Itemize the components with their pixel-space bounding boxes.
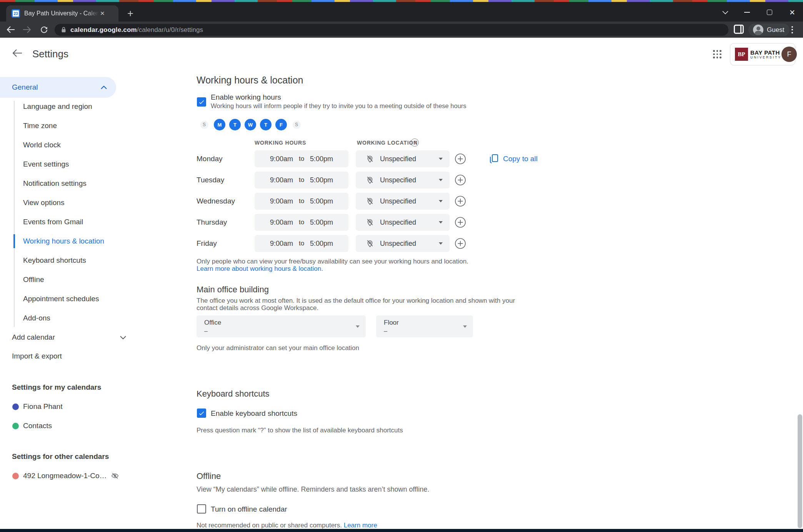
- working-days-selector: S M T W T F S: [197, 118, 304, 131]
- lock-icon: [61, 27, 67, 33]
- side-panel-icon[interactable]: [734, 25, 744, 34]
- working-location-select[interactable]: Unspecified: [356, 193, 450, 210]
- sidebar-item-add-ons[interactable]: Add-ons: [23, 309, 50, 328]
- tab-search-chevron-icon[interactable]: [717, 6, 734, 19]
- dropdown-caret-icon: [439, 158, 443, 160]
- turn-on-offline-calendar-checkbox[interactable]: [197, 504, 206, 514]
- browser-reload-button[interactable]: [38, 23, 50, 36]
- end-time[interactable]: 5:00pm: [310, 240, 333, 248]
- floor-select[interactable]: Floor –: [376, 315, 473, 337]
- guest-avatar-icon: [753, 25, 763, 35]
- day-toggle-thursday[interactable]: T: [260, 119, 272, 130]
- start-time[interactable]: 9:00am: [270, 240, 293, 248]
- time-range-field[interactable]: 9:00am to 5:00pm: [255, 214, 348, 231]
- settings-back-button[interactable]: [12, 48, 24, 61]
- time-range-field[interactable]: 9:00am to 5:00pm: [255, 235, 348, 252]
- sidebar-section-general[interactable]: General: [0, 77, 116, 98]
- copy-to-all-button[interactable]: Copy to all: [489, 150, 538, 167]
- enable-keyboard-shortcuts-label: Enable keyboard shortcuts: [211, 409, 297, 418]
- account-avatar[interactable]: F: [781, 47, 797, 62]
- end-time[interactable]: 5:00pm: [310, 176, 333, 184]
- tab-close-icon[interactable]: ✕: [100, 10, 105, 17]
- sidebar-item-keyboard-shortcuts[interactable]: Keyboard shortcuts: [23, 251, 86, 270]
- working-location-select[interactable]: Unspecified: [356, 214, 450, 231]
- working-location-select[interactable]: Unspecified: [356, 172, 450, 188]
- browser-window: 23 Bay Path University - Calendar - G ✕ …: [0, 0, 803, 532]
- tab-bar: 23 Bay Path University - Calendar - G ✕ …: [0, 2, 803, 22]
- browser-forward-button[interactable]: [21, 23, 33, 36]
- day-toggle-wednesday[interactable]: W: [245, 119, 256, 130]
- add-time-period-button[interactable]: [455, 174, 466, 186]
- working-location-help-icon[interactable]: ?: [411, 138, 419, 147]
- day-toggle-saturday[interactable]: S: [293, 121, 301, 129]
- end-time[interactable]: 5:00pm: [310, 197, 333, 205]
- start-time[interactable]: 9:00am: [270, 218, 293, 227]
- add-time-period-button[interactable]: [455, 195, 466, 207]
- time-range-field[interactable]: 9:00am to 5:00pm: [255, 150, 348, 167]
- day-toggle-sunday[interactable]: S: [200, 121, 208, 129]
- end-time[interactable]: 5:00pm: [310, 155, 333, 163]
- to-label: to: [299, 197, 304, 205]
- day-toggle-monday[interactable]: M: [214, 119, 225, 130]
- sidebar-item-time-zone[interactable]: Time zone: [23, 116, 57, 135]
- window-maximize-button[interactable]: [761, 6, 778, 19]
- add-time-period-button[interactable]: [455, 217, 466, 228]
- end-time[interactable]: 5:00pm: [310, 218, 333, 227]
- to-label: to: [299, 240, 304, 247]
- sidebar-section-import-export[interactable]: Import & export: [12, 347, 62, 366]
- office-select[interactable]: Office –: [197, 315, 366, 337]
- working-hours-footnote: Only people who can view your free/busy …: [197, 258, 468, 265]
- account-brand-card[interactable]: BP BAY PATH UNIVERSITY F: [730, 43, 795, 65]
- sidebar-calendar-contacts[interactable]: Contacts: [0, 416, 118, 435]
- day-toggle-friday[interactable]: F: [275, 119, 287, 130]
- sidebar-section-add-calendar[interactable]: Add calendar: [12, 328, 55, 347]
- browser-tab[interactable]: 23 Bay Path University - Calendar - G ✕: [6, 5, 118, 22]
- window-close-button[interactable]: ✕: [784, 6, 801, 19]
- enable-keyboard-shortcuts-checkbox[interactable]: [197, 409, 206, 418]
- start-time[interactable]: 9:00am: [270, 197, 293, 205]
- scrollbar-thumb[interactable]: [798, 414, 802, 528]
- time-range-field[interactable]: 9:00am to 5:00pm: [255, 172, 348, 188]
- working-hours-row-friday: Friday 9:00am to 5:00pm Unspecified: [0, 235, 803, 252]
- window-minimize-button[interactable]: [738, 6, 755, 19]
- start-time[interactable]: 9:00am: [270, 155, 293, 163]
- guest-profile-button[interactable]: Guest: [748, 23, 790, 36]
- location-off-icon: [366, 155, 374, 163]
- enable-working-hours-subtext: Working hours will inform people if they…: [211, 102, 466, 110]
- sidebar-item-offline[interactable]: Offline: [23, 270, 44, 289]
- google-apps-grid-icon[interactable]: [712, 49, 722, 59]
- working-location-select[interactable]: Unspecified: [356, 150, 450, 167]
- guest-label: Guest: [767, 26, 784, 34]
- working-hours-learn-more-link[interactable]: Learn more about working hours & locatio…: [197, 265, 323, 273]
- location-off-icon: [366, 218, 374, 227]
- chevron-up-icon: [101, 86, 107, 89]
- url-path: /calendar/u/0/r/settings: [137, 26, 203, 34]
- add-time-period-button[interactable]: [455, 153, 466, 165]
- to-label: to: [299, 218, 304, 226]
- new-tab-button[interactable]: +: [124, 7, 137, 20]
- add-time-period-button[interactable]: [455, 238, 466, 249]
- enable-working-hours-checkbox[interactable]: [197, 97, 206, 107]
- day-name: Monday: [197, 150, 223, 167]
- col-header-working-hours: WORKING HOURS: [255, 140, 306, 146]
- dropdown-caret-icon: [439, 242, 443, 245]
- main-office-description-line2: contact details across Google Workspace.: [197, 304, 318, 312]
- location-off-icon: [366, 176, 374, 184]
- brand-subname: UNIVERSITY: [750, 55, 781, 59]
- offline-learn-more-link[interactable]: Learn more: [344, 522, 377, 529]
- working-hours-row-monday: Monday 9:00am to 5:00pm Unspecified Copy…: [0, 150, 803, 167]
- start-time[interactable]: 9:00am: [270, 176, 293, 184]
- url-bar[interactable]: calendar.google.com/calendar/u/0/r/setti…: [55, 24, 728, 36]
- sidebar-calendar-fiona-phant[interactable]: Fiona Phant: [0, 397, 118, 416]
- working-location-select[interactable]: Unspecified: [356, 235, 450, 252]
- sidebar-calendar-492-longmeadow[interactable]: 492 Longmeadow-1-Co…: [0, 466, 118, 485]
- sidebar-item-language-region[interactable]: Language and region: [23, 97, 92, 116]
- sidebar-item-appointment-schedules[interactable]: Appointment schedules: [23, 289, 99, 309]
- dropdown-caret-icon: [439, 179, 443, 181]
- time-range-field[interactable]: 9:00am to 5:00pm: [255, 193, 348, 210]
- day-toggle-tuesday[interactable]: T: [229, 119, 241, 130]
- browser-menu-icon[interactable]: [789, 24, 795, 35]
- working-hours-row-tuesday: Tuesday 9:00am to 5:00pm Unspecified: [0, 172, 803, 188]
- copy-icon: [489, 154, 498, 164]
- browser-back-button[interactable]: [5, 23, 17, 36]
